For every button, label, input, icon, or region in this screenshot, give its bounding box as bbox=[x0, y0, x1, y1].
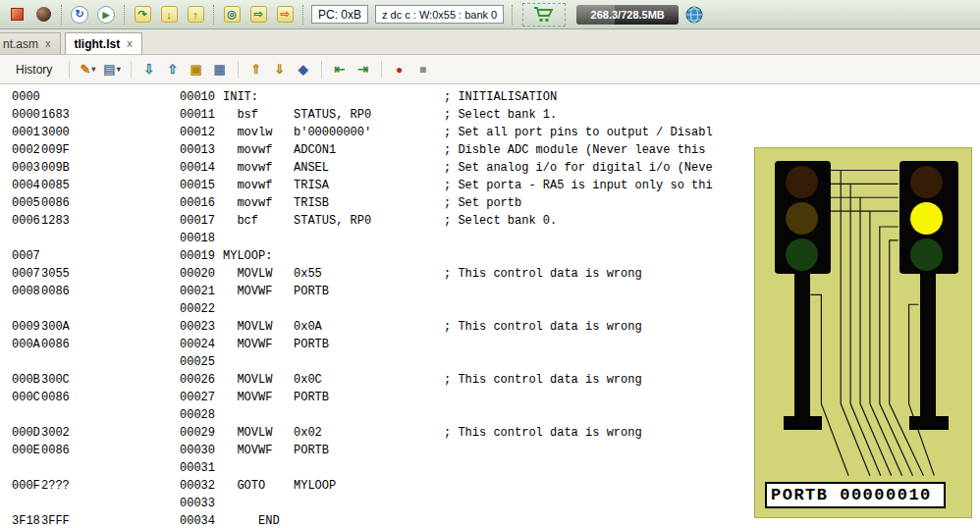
start-macro-recording-button[interactable]: ● bbox=[389, 59, 410, 80]
step-over-glyph: ↷ bbox=[137, 8, 146, 21]
stop-icon: ■ bbox=[419, 63, 426, 77]
step-out-button[interactable]: ↑ bbox=[183, 2, 208, 27]
right-traffic-light bbox=[899, 161, 958, 274]
continue-button[interactable]: ▶ bbox=[93, 2, 119, 27]
globe-icon bbox=[684, 5, 704, 25]
code-cell: MOVWF PORTB bbox=[223, 442, 444, 459]
step-into-icon: ↓ bbox=[161, 6, 178, 23]
history-button[interactable]: History bbox=[6, 59, 62, 80]
line-number-cell: 00025 bbox=[180, 353, 223, 371]
line-number-cell: 00019 bbox=[180, 247, 223, 265]
opcode-cell: 3002 bbox=[41, 424, 180, 442]
tab-tlight-lst[interactable]: tlight.lst x bbox=[65, 32, 142, 54]
address-cell bbox=[12, 495, 41, 512]
address-cell: 0000 bbox=[12, 106, 41, 124]
code-cell bbox=[223, 459, 444, 477]
pc-value-box[interactable]: PC: 0xB bbox=[311, 5, 368, 24]
close-icon[interactable]: x bbox=[127, 38, 133, 49]
address-cell: 000F bbox=[12, 477, 41, 495]
code-cell: MOVLW 0x55 bbox=[223, 265, 444, 283]
line-number-cell: 00020 bbox=[180, 265, 223, 283]
toggle-bookmark-button[interactable]: ◆ bbox=[293, 59, 314, 80]
close-icon[interactable]: x bbox=[45, 38, 51, 49]
step-over-button[interactable]: ↷ bbox=[130, 2, 155, 27]
tab-nt-asm[interactable]: nt.asm x bbox=[0, 32, 61, 54]
run-to-cursor-button[interactable]: ◎ bbox=[219, 2, 245, 27]
memory-gauge[interactable]: 268.3/728.5MB bbox=[576, 5, 679, 25]
debug-toolbar: ↻ ▶ ↷ ↓ ↑ ◎ ⇨ ⇨ PC: 0xB z dc c : W:0x55 … bbox=[0, 0, 980, 29]
opcode-cell: 0086 bbox=[41, 336, 180, 353]
address-cell: 000B bbox=[12, 371, 41, 389]
focus-pc-button[interactable]: ⇨ bbox=[272, 2, 298, 27]
left-red-lamp bbox=[786, 166, 818, 198]
line-number-cell: 00029 bbox=[180, 424, 223, 442]
arrow-down-icon: ⇓ bbox=[274, 62, 285, 77]
code-cell: MOVWF PORTB bbox=[223, 336, 444, 353]
find-next-icon: ⇩ bbox=[143, 62, 154, 77]
step-over-icon: ↷ bbox=[135, 6, 151, 23]
address-cell: 0005 bbox=[12, 194, 41, 212]
last-edit-button[interactable]: ✎▾ bbox=[77, 59, 98, 80]
opcode-cell: 0086 bbox=[41, 389, 180, 406]
opcode-cell: 0086 bbox=[41, 442, 180, 459]
opcode-cell bbox=[41, 495, 180, 512]
separator bbox=[302, 5, 303, 25]
step-out-icon: ↑ bbox=[188, 6, 204, 23]
address-cell: 0001 bbox=[12, 124, 41, 141]
find-previous-button[interactable]: ⇧ bbox=[162, 59, 184, 80]
opcode-cell bbox=[41, 300, 180, 318]
code-cell bbox=[223, 353, 444, 371]
separator bbox=[131, 61, 132, 79]
toggle-highlight-button[interactable]: ▣ bbox=[186, 59, 207, 80]
code-cell: movwf TRISB bbox=[223, 194, 444, 212]
step-out-glyph: ↑ bbox=[192, 9, 198, 21]
arrow-right-glyph: ⇨ bbox=[280, 8, 289, 21]
line-number-cell: 00031 bbox=[180, 459, 223, 477]
find-next-button[interactable]: ⇩ bbox=[138, 59, 160, 80]
line-number-cell: 00012 bbox=[180, 124, 223, 141]
focus-pc-icon: ⇨ bbox=[277, 6, 294, 23]
step-into-button[interactable]: ↓ bbox=[156, 2, 182, 27]
stop-macro-recording-button[interactable]: ■ bbox=[412, 59, 434, 80]
code-cell: movwf TRISA bbox=[223, 177, 444, 194]
set-pc-button[interactable]: ⇨ bbox=[245, 2, 271, 27]
code-cell bbox=[223, 406, 444, 424]
separator bbox=[512, 5, 513, 25]
separator bbox=[381, 61, 382, 79]
right-light-base bbox=[909, 416, 949, 430]
address-cell: 000C bbox=[12, 389, 41, 406]
code-cell: MOVWF PORTB bbox=[223, 283, 444, 300]
status-flags-box[interactable]: z dc c : W:0x55 : bank 0 bbox=[375, 5, 504, 24]
shopping-cart-button[interactable] bbox=[522, 3, 566, 26]
previous-bookmark-button[interactable]: ⇑ bbox=[245, 59, 267, 80]
code-cell: MOVLW 0x0A bbox=[223, 318, 444, 336]
line-number-cell: 00011 bbox=[180, 106, 223, 124]
opcode-cell: 2??? bbox=[41, 477, 180, 495]
line-number-cell: 00014 bbox=[180, 159, 223, 177]
address-cell: 000E bbox=[12, 442, 41, 459]
line-number-cell: 00013 bbox=[180, 141, 223, 159]
line-number-cell: 00024 bbox=[180, 336, 223, 353]
opcode-cell bbox=[41, 230, 180, 247]
separator bbox=[61, 5, 62, 25]
code-cell: movwf ADCON1 bbox=[223, 141, 444, 159]
reset-button[interactable]: ↻ bbox=[67, 2, 92, 27]
finish-debugger-button[interactable] bbox=[4, 2, 29, 27]
shift-right-button[interactable]: ⇥ bbox=[353, 59, 374, 80]
code-cell: GOTO MYLOOP bbox=[223, 477, 444, 495]
opcode-cell bbox=[41, 406, 180, 424]
pause-button[interactable] bbox=[30, 2, 56, 27]
address-cell: 0007 bbox=[12, 247, 41, 265]
right-green-lamp bbox=[910, 238, 943, 271]
shift-left-button[interactable]: ⇤ bbox=[329, 59, 351, 80]
code-cell bbox=[223, 230, 444, 247]
right-red-lamp bbox=[910, 166, 943, 198]
globe-button[interactable] bbox=[684, 5, 704, 25]
document-history-button[interactable]: ▤▾ bbox=[100, 59, 123, 80]
select-in-projects-button[interactable]: ▦ bbox=[209, 59, 231, 80]
pencil-icon: ✎ bbox=[80, 62, 90, 77]
next-bookmark-button[interactable]: ⇓ bbox=[269, 59, 291, 80]
line-number-cell: 00022 bbox=[180, 300, 223, 318]
line-number-cell: 00021 bbox=[180, 283, 223, 300]
address-cell bbox=[12, 353, 41, 371]
